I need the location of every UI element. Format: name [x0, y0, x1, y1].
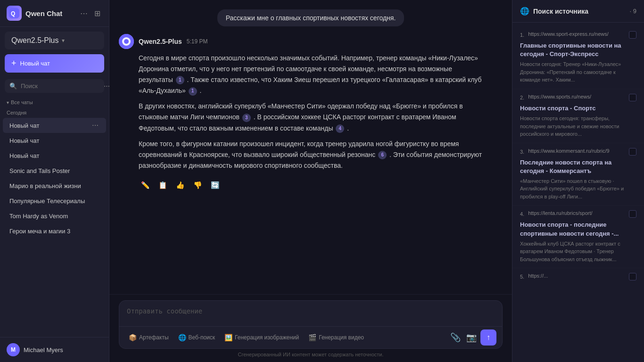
section-all-chats[interactable]: ▾ Все чаты	[0, 95, 109, 107]
sources-panel: 🌐 Поиск источника · 9 1. https://www.spo…	[512, 0, 644, 362]
input-toolbar: 📦 Артефакты 🌐 Веб-поиск 🖼️ Генерация изо…	[119, 326, 502, 348]
chat-item-label: Новый чат	[9, 152, 99, 159]
sidebar-item-venom[interactable]: Tom Hardy as Venom ⋯	[3, 209, 106, 223]
sidebar-item-mario[interactable]: Марио в реальной жизни ⋯	[3, 179, 106, 193]
sidebar-item-sonic[interactable]: Sonic and Tails Poster ⋯	[3, 164, 106, 178]
user-message-wrapper: Расскажи мне о главных спортивных новост…	[119, 8, 503, 28]
chat-item-label: Новый чат	[9, 137, 99, 144]
collapse-icon: ▾	[7, 100, 9, 105]
user-profile: M Michael Myers	[0, 337, 109, 362]
chevron-down-icon: ▾	[62, 37, 65, 44]
search-icon: 🔍	[9, 82, 17, 90]
ai-name: Qwen2.5-Plus	[139, 38, 182, 45]
sidebar-item-chat-3[interactable]: Новый чат ⋯	[3, 148, 106, 163]
edit-button[interactable]: ✏️	[139, 180, 152, 191]
model-name: Qwen2.5-Plus	[11, 36, 59, 45]
source-checkbox-5[interactable]	[629, 273, 636, 280]
input-box: 📦 Артефакты 🌐 Веб-поиск 🖼️ Генерация изо…	[119, 300, 503, 349]
source-title-3[interactable]: Последние новости спорта на сегодня - Ко…	[520, 158, 636, 175]
sidebar-item-chat-2[interactable]: Новый чат ⋯	[3, 133, 106, 148]
send-button[interactable]: ↑	[480, 329, 496, 346]
web-search-button[interactable]: 🌐 Веб-поиск	[174, 331, 219, 344]
plus-icon: +	[11, 58, 17, 68]
chat-item-menu-button[interactable]: ⋯	[91, 122, 99, 129]
inline-ref-2[interactable]: 1	[189, 87, 197, 96]
source-item-1: 1. https://www.sport-express.ru/news/ Гл…	[512, 26, 644, 89]
source-title-1[interactable]: Главные спортивные новости на сегодня - …	[520, 41, 636, 58]
ai-avatar	[119, 34, 134, 49]
thumbs-up-button[interactable]: 👍	[173, 180, 187, 191]
source-url-5: https://...	[528, 273, 625, 279]
ai-paragraph-3: Кроме того, в фигурном катании произошел…	[139, 139, 487, 171]
source-preview-1: Новости сегодня: Тренер «Ники-Лузалес» Д…	[520, 60, 636, 84]
video-gen-button[interactable]: 🎬 Генерация видео	[305, 331, 368, 344]
artifacts-button[interactable]: 📦 Артефакты	[125, 331, 173, 344]
chat-list: Новый чат ⋯ Новый чат ⋯ Новый чат ⋯ Soni…	[0, 117, 109, 239]
globe-icon: 🌐	[178, 334, 186, 341]
search-input[interactable]	[21, 82, 100, 90]
source-url-3: https://www.kommersant.ru/rubric/9	[528, 148, 625, 154]
sources-globe-icon: 🌐	[520, 7, 529, 16]
source-num-2: 2.	[520, 95, 524, 100]
source-checkbox-3[interactable]	[629, 148, 636, 156]
send-icon: ↑	[487, 333, 490, 342]
user-name: Michael Myers	[24, 346, 63, 354]
source-num-5: 5.	[520, 274, 524, 280]
ai-message-wrapper: Qwen2.5-Plus 5:19 PM Сегодня в мире спор…	[119, 34, 487, 191]
source-checkbox-1[interactable]	[629, 31, 636, 39]
sources-count: · 9	[630, 8, 636, 15]
artifacts-label: Артефакты	[139, 334, 169, 341]
message-actions: ✏️ 📋 👍 👎 🔄	[119, 180, 487, 191]
ai-paragraph-1: Сегодня в мире спорта произошло нескольк…	[139, 53, 487, 96]
model-selector[interactable]: Qwen2.5-Plus ▾	[5, 32, 104, 49]
chat-item-label: Популярные Телесериалы	[9, 197, 99, 205]
new-chat-button[interactable]: + Новый чат	[5, 54, 104, 73]
inline-ref-4[interactable]: 4	[336, 124, 344, 133]
copy-button[interactable]: 📋	[156, 180, 170, 191]
sidebar-toggle-button[interactable]: ⊞	[92, 8, 102, 19]
source-checkbox-2[interactable]	[629, 94, 636, 101]
sidebar-header: Q Qwen Chat ⋯ ⊞	[0, 0, 109, 27]
today-label: Сегодня	[0, 107, 109, 117]
source-title-2[interactable]: Новости спорта - Спортс	[520, 104, 636, 113]
message-input[interactable]	[119, 301, 502, 324]
source-checkbox-4[interactable]	[629, 210, 636, 218]
source-preview-3: «Манчестер Сити» пошел в стыковую · Англ…	[520, 177, 636, 201]
attach-button[interactable]: 📎	[448, 330, 462, 345]
ai-paragraph-2: В других новостях, английский суперклуб …	[139, 101, 487, 133]
source-item-3: 3. https://www.kommersant.ru/rubric/9 По…	[512, 143, 644, 206]
ai-body: Сегодня в мире спорта произошло нескольк…	[119, 53, 487, 176]
inline-ref-5[interactable]: 6	[378, 151, 387, 159]
source-url-1: https://www.sport-express.ru/news/	[528, 31, 625, 37]
search-container: 🔍 ⋯	[5, 79, 104, 93]
app-title: Qwen Chat	[25, 9, 74, 17]
image-gen-label: Генерация изображений	[235, 334, 299, 341]
web-search-label: Веб-поиск	[189, 334, 215, 341]
chat-area: Расскажи мне о главных спортивных новост…	[109, 0, 512, 294]
chat-item-label: Герои меча и магии 3	[9, 228, 99, 235]
video-icon: 🎬	[308, 334, 316, 341]
source-preview-2: Новости спорта сегодня: трансферы, после…	[520, 115, 636, 138]
source-item-4: 4. https://lenta.ru/rubrics/sport/ Новос…	[512, 206, 644, 268]
sidebar-item-chat-1[interactable]: Новый чат ⋯	[3, 118, 106, 133]
regenerate-button[interactable]: 🔄	[208, 180, 222, 191]
sidebar-item-heroes[interactable]: Герои меча и магии 3 ⋯	[3, 224, 106, 239]
sources-header: 🌐 Поиск источника · 9	[512, 0, 644, 23]
disclaimer-text: Сгенерированный ИИ контент может содержа…	[119, 349, 503, 358]
inline-ref-3[interactable]: 3	[242, 114, 251, 122]
more-options-button[interactable]: ⋯	[78, 8, 90, 19]
source-item-2: 2. https://www.sports.ru/news/ Новости с…	[512, 89, 644, 143]
sources-title: Поиск источника	[533, 8, 626, 15]
source-title-4[interactable]: Новости спорта - последние спортивные но…	[520, 221, 636, 238]
image-gen-button[interactable]: 🖼️ Генерация изображений	[221, 331, 303, 344]
sidebar-item-tv[interactable]: Популярные Телесериалы ⋯	[3, 194, 106, 208]
user-message-text: Расскажи мне о главных спортивных новост…	[226, 14, 396, 22]
input-area: 📦 Артефакты 🌐 Веб-поиск 🖼️ Генерация изо…	[109, 294, 512, 362]
thumbs-down-button[interactable]: 👎	[191, 180, 205, 191]
camera-button[interactable]: 📷	[464, 330, 479, 345]
source-url-2: https://www.sports.ru/news/	[528, 94, 625, 99]
inline-ref-1[interactable]: 1	[176, 76, 184, 84]
image-icon: 🖼️	[224, 334, 232, 341]
ai-time: 5:19 PM	[187, 38, 208, 45]
avatar: M	[7, 343, 20, 356]
